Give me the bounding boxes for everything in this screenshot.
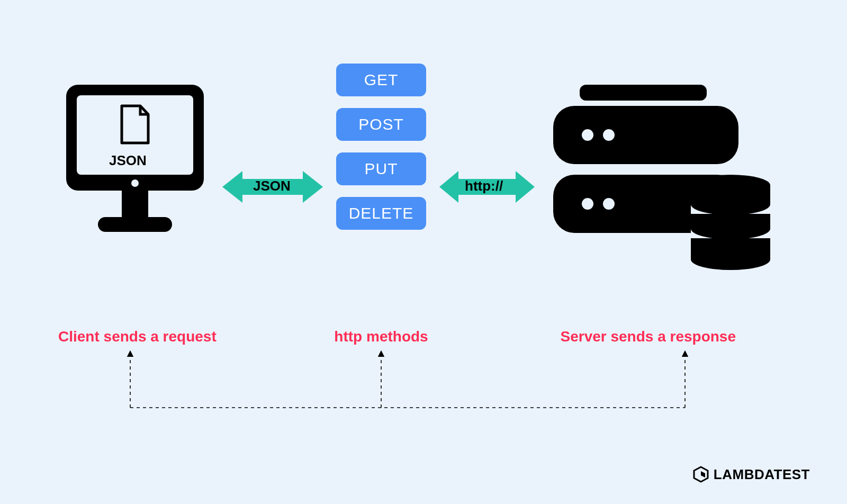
http-method: POST bbox=[336, 108, 426, 141]
diagram-canvas: JSON JSON GET POST PUT DELETE http:// bbox=[0, 0, 847, 504]
client-caption: Client sends a request bbox=[58, 328, 228, 345]
svg-rect-7 bbox=[580, 85, 707, 101]
svg-point-12 bbox=[582, 198, 593, 210]
svg-point-13 bbox=[603, 198, 615, 210]
http-method: GET bbox=[336, 64, 426, 96]
methods-caption: http methods bbox=[323, 328, 439, 345]
svg-point-2 bbox=[131, 179, 139, 187]
server-icon bbox=[548, 85, 776, 281]
arrow-http-label: http:// bbox=[465, 178, 503, 194]
brand-logo: LAMBDATEST bbox=[692, 466, 810, 483]
lambdatest-icon bbox=[692, 466, 709, 483]
server-caption: Server sends a response bbox=[503, 328, 736, 345]
svg-rect-3 bbox=[122, 191, 148, 217]
svg-point-9 bbox=[582, 129, 593, 141]
svg-rect-8 bbox=[553, 106, 738, 164]
svg-point-20 bbox=[691, 218, 770, 239]
client-node: JSON bbox=[58, 79, 212, 251]
arrow-json: JSON bbox=[222, 168, 323, 205]
arrow-http: http:// bbox=[439, 168, 535, 205]
svg-point-16 bbox=[691, 249, 770, 270]
http-method: PUT bbox=[336, 152, 426, 185]
svg-point-18 bbox=[691, 194, 770, 215]
connector-lines bbox=[127, 349, 688, 413]
server-node bbox=[535, 85, 789, 283]
http-method: DELETE bbox=[336, 197, 426, 230]
arrow-json-label: JSON bbox=[253, 178, 291, 194]
svg-point-10 bbox=[603, 129, 615, 141]
brand-name: LAMBDATEST bbox=[714, 466, 810, 483]
json-file-label: JSON bbox=[109, 152, 147, 169]
http-methods-node: GET POST PUT DELETE bbox=[328, 64, 434, 241]
svg-rect-4 bbox=[98, 217, 172, 232]
